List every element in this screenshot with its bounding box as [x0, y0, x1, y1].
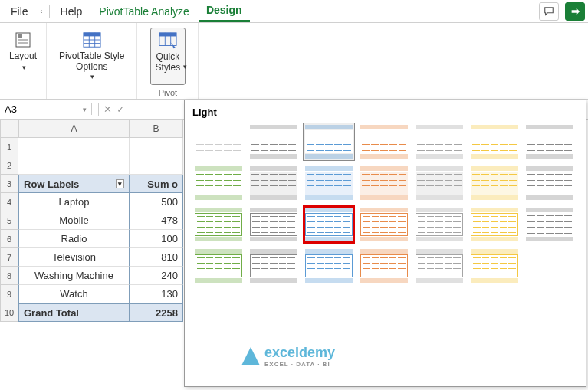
style-thumbnail[interactable]: [358, 247, 410, 285]
pivot-value[interactable]: 810: [130, 248, 183, 267]
chevron-down-icon: ▾: [90, 73, 94, 80]
chevron-down-icon: ▾: [22, 64, 26, 71]
pivot-grand-total-value[interactable]: 2258: [130, 303, 183, 322]
style-thumbnail[interactable]: [413, 123, 465, 161]
row-header[interactable]: 6: [0, 230, 18, 248]
row-header[interactable]: 5: [0, 211, 18, 230]
pivot-values-header[interactable]: Sum o: [130, 175, 183, 193]
ribbon-group-name: Pivot: [159, 88, 177, 97]
chevron-down-icon[interactable]: ▾: [83, 106, 87, 113]
style-thumbnail[interactable]: [524, 164, 576, 202]
ribbon-group-quick-styles: Quick Styles ▾ Pivot: [137, 23, 199, 99]
pivot-value[interactable]: 130: [130, 285, 183, 303]
style-thumbnail[interactable]: [358, 123, 410, 161]
style-thumbnail[interactable]: [468, 247, 521, 285]
row-header[interactable]: 9: [0, 285, 18, 303]
pivot-row-label[interactable]: Washing Machine: [18, 267, 130, 285]
quick-styles-gallery: Light: [184, 100, 586, 387]
pivot-value[interactable]: 100: [130, 230, 183, 248]
pivot-row-label[interactable]: Radio: [18, 230, 130, 248]
pivottable-style-options-button[interactable]: PivotTable Style Options ▾: [54, 28, 129, 84]
quick-access-expand[interactable]: ‹: [38, 8, 46, 15]
style-thumbnail[interactable]: [303, 164, 355, 202]
pivot-row-labels-header[interactable]: Row Labels▾: [18, 175, 130, 193]
share-icon[interactable]: [565, 2, 585, 21]
style-options-label: PivotTable Style Options: [59, 51, 124, 73]
style-thumbnail[interactable]: [524, 123, 576, 161]
tab-design[interactable]: Design: [199, 0, 250, 22]
style-options-icon: [83, 31, 101, 49]
layout-label: Layout: [9, 51, 37, 61]
style-thumbnail[interactable]: [248, 164, 300, 202]
svg-rect-2: [18, 39, 28, 41]
svg-rect-11: [159, 33, 176, 37]
row-header[interactable]: 2: [0, 156, 18, 175]
watermark: exceldemy EXCEL · DATA · BI: [241, 345, 335, 368]
ribbon-design: Layout▾ PivotTable Style Options ▾ Quick…: [0, 23, 588, 100]
row-headers: 12345678910: [0, 120, 18, 322]
style-thumbnail[interactable]: [303, 247, 355, 285]
style-thumbnail[interactable]: [192, 247, 245, 285]
style-thumbnail[interactable]: [468, 164, 521, 202]
watermark-icon: [241, 347, 260, 365]
pivot-value[interactable]: 500: [130, 193, 183, 211]
column-header-a[interactable]: A: [18, 120, 130, 138]
pivot-value[interactable]: 478: [130, 211, 183, 230]
svg-rect-5: [84, 33, 100, 37]
style-thumbnail[interactable]: [192, 123, 245, 161]
separator: [98, 103, 99, 116]
svg-rect-1: [18, 34, 22, 38]
chevron-down-icon: ▾: [183, 63, 187, 70]
row-header[interactable]: 10: [0, 303, 18, 322]
quick-styles-icon: [159, 31, 177, 50]
tab-file[interactable]: File: [3, 2, 36, 21]
menu-tabs: File ‹ Help PivotTable Analyze Design: [0, 0, 588, 23]
quick-styles-button[interactable]: Quick Styles ▾: [150, 28, 186, 85]
quick-styles-label: Quick Styles: [156, 51, 181, 74]
style-thumbnail[interactable]: [413, 247, 465, 285]
column-header-b[interactable]: B: [130, 120, 183, 138]
row-header[interactable]: 8: [0, 267, 18, 285]
style-thumbnail[interactable]: [413, 164, 465, 202]
name-box-value: A3: [5, 103, 17, 115]
style-thumbnail[interactable]: [468, 205, 521, 244]
gallery-section-title: Light: [192, 107, 578, 118]
name-box[interactable]: A3 ▾: [0, 103, 92, 115]
layout-button[interactable]: Layout▾: [5, 28, 41, 76]
style-thumbnail[interactable]: [303, 205, 355, 244]
watermark-text: exceldemy: [264, 345, 335, 360]
style-thumbnail[interactable]: [468, 123, 521, 161]
style-thumbnail[interactable]: [192, 205, 245, 244]
row-header[interactable]: 4: [0, 193, 18, 211]
pivot-value[interactable]: 240: [130, 267, 183, 285]
tab-help[interactable]: Help: [53, 2, 90, 21]
separator: [49, 5, 50, 18]
style-thumbnail[interactable]: [248, 247, 300, 285]
tab-pivottable-analyze[interactable]: PivotTable Analyze: [91, 2, 197, 21]
svg-rect-3: [18, 42, 28, 44]
style-thumbnail[interactable]: [524, 205, 576, 244]
style-thumbnail[interactable]: [303, 123, 355, 161]
style-thumbnail[interactable]: [248, 123, 300, 161]
formula-bar-buttons: ✕ ✓: [92, 103, 131, 116]
pivot-row-label[interactable]: Television: [18, 248, 130, 267]
comments-icon[interactable]: [539, 2, 559, 21]
ribbon-group-layout: Layout▾: [0, 23, 47, 99]
style-thumbnail[interactable]: [358, 205, 410, 244]
watermark-sub: EXCEL · DATA · BI: [264, 361, 335, 368]
style-thumbnail[interactable]: [248, 205, 300, 244]
style-thumbnail[interactable]: [192, 164, 245, 202]
pivot-row-label[interactable]: Mobile: [18, 211, 130, 230]
pivot-grand-total-label[interactable]: Grand Total: [18, 303, 130, 322]
row-header[interactable]: 3: [0, 175, 18, 193]
pivot-row-label[interactable]: Watch: [18, 285, 130, 303]
pivot-row-label[interactable]: Laptop: [18, 193, 130, 211]
row-header[interactable]: 7: [0, 248, 18, 267]
row-header[interactable]: 1: [0, 138, 18, 156]
style-thumbnails: [192, 123, 578, 285]
cancel-icon[interactable]: ✕: [103, 103, 112, 115]
filter-dropdown-icon[interactable]: ▾: [116, 179, 124, 188]
enter-icon[interactable]: ✓: [117, 103, 125, 115]
style-thumbnail[interactable]: [413, 205, 465, 244]
style-thumbnail[interactable]: [358, 164, 410, 202]
